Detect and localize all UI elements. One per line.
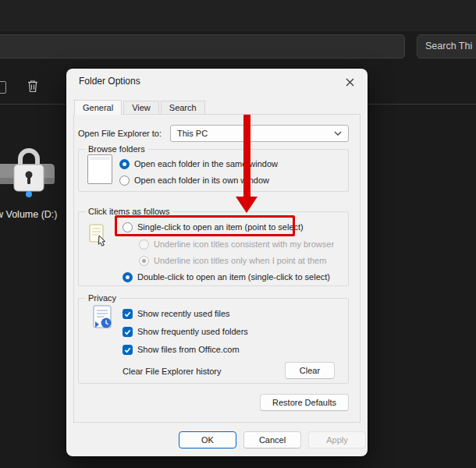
toolbar-partial-icon[interactable] bbox=[0, 81, 6, 94]
checkbox-files-from-office[interactable]: Show files from Office.com bbox=[123, 344, 240, 355]
radio-label: Open each folder in the same window bbox=[134, 159, 278, 168]
radio-label: Double-click to open an item (single-cli… bbox=[137, 272, 330, 282]
privacy-document-icon bbox=[91, 304, 115, 332]
checkbox-recently-used-files[interactable]: Show recently used files bbox=[123, 308, 230, 319]
tab-view[interactable]: View bbox=[123, 101, 159, 114]
privacy-title: Privacy bbox=[85, 293, 119, 303]
pointer-document-icon bbox=[89, 224, 110, 249]
apply-button[interactable]: Apply bbox=[308, 431, 366, 448]
tab-general[interactable]: General bbox=[74, 100, 122, 115]
dialog-title: Folder Options bbox=[79, 76, 140, 87]
clear-history-label: Clear File Explorer history bbox=[123, 367, 222, 376]
open-to-value: This PC bbox=[177, 129, 208, 138]
radio-option-underline-browser: Underline icon titles consistent with my… bbox=[139, 239, 334, 250]
radio-label: Underline icon titles only when I point … bbox=[154, 256, 326, 265]
trash-icon[interactable] bbox=[26, 79, 40, 94]
drive-label[interactable]: w Volume (D:) bbox=[0, 209, 58, 220]
chevron-down-icon bbox=[334, 131, 342, 136]
radio-option-double-click[interactable]: Double-click to open an item (single-cli… bbox=[123, 271, 330, 282]
screen: Search Thi w Volume (D:) Folder Options bbox=[0, 0, 476, 468]
explorer-search-text: Search Thi bbox=[425, 41, 472, 51]
explorer-search-input[interactable]: Search Thi bbox=[417, 34, 476, 58]
folder-window-icon bbox=[87, 154, 112, 184]
radio-option-underline-point: Underline icon titles only when I point … bbox=[139, 255, 326, 266]
checkbox-checked-icon bbox=[123, 309, 133, 319]
close-button[interactable] bbox=[339, 73, 360, 91]
annotation-arrow-shaft bbox=[243, 115, 250, 197]
tab-strip: General View Search bbox=[74, 100, 207, 114]
checkbox-label: Show frequently used folders bbox=[137, 327, 248, 336]
explorer-titlebar-area bbox=[0, 0, 476, 31]
annotation-arrow-head bbox=[236, 197, 258, 213]
checkbox-checked-icon bbox=[123, 327, 133, 337]
radio-disabled-selected-icon bbox=[139, 256, 149, 266]
radio-label: Underline icon titles consistent with my… bbox=[154, 239, 334, 249]
checkbox-checked-icon bbox=[123, 345, 133, 355]
checkbox-label: Show files from Office.com bbox=[137, 345, 240, 354]
clear-button[interactable]: Clear bbox=[285, 362, 335, 379]
folder-options-dialog: Folder Options General View Search Open … bbox=[66, 69, 368, 456]
close-icon bbox=[346, 78, 354, 87]
annotation-highlight-rect bbox=[115, 215, 295, 236]
browse-folders-title: Browse folders bbox=[85, 144, 148, 154]
checkbox-label: Show recently used files bbox=[137, 309, 230, 318]
clear-history-label-row: Clear File Explorer history bbox=[123, 366, 222, 377]
radio-selected-icon bbox=[123, 272, 133, 282]
open-to-dropdown[interactable]: This PC bbox=[170, 125, 349, 142]
ok-button[interactable]: OK bbox=[179, 431, 236, 448]
open-file-explorer-label: Open File Explorer to: bbox=[78, 129, 162, 138]
restore-defaults-button[interactable]: Restore Defaults bbox=[260, 394, 349, 411]
cancel-button[interactable]: Cancel bbox=[243, 431, 301, 448]
radio-selected-icon bbox=[119, 159, 130, 169]
radio-icon bbox=[119, 176, 130, 186]
radio-option-same-window[interactable]: Open each folder in the same window bbox=[119, 158, 278, 169]
radio-disabled-icon bbox=[139, 239, 149, 250]
explorer-address-bar[interactable] bbox=[0, 34, 405, 58]
tab-search[interactable]: Search bbox=[161, 101, 205, 114]
drive-lock-icon[interactable] bbox=[0, 139, 62, 211]
checkbox-frequently-used-folders[interactable]: Show frequently used folders bbox=[123, 326, 248, 337]
